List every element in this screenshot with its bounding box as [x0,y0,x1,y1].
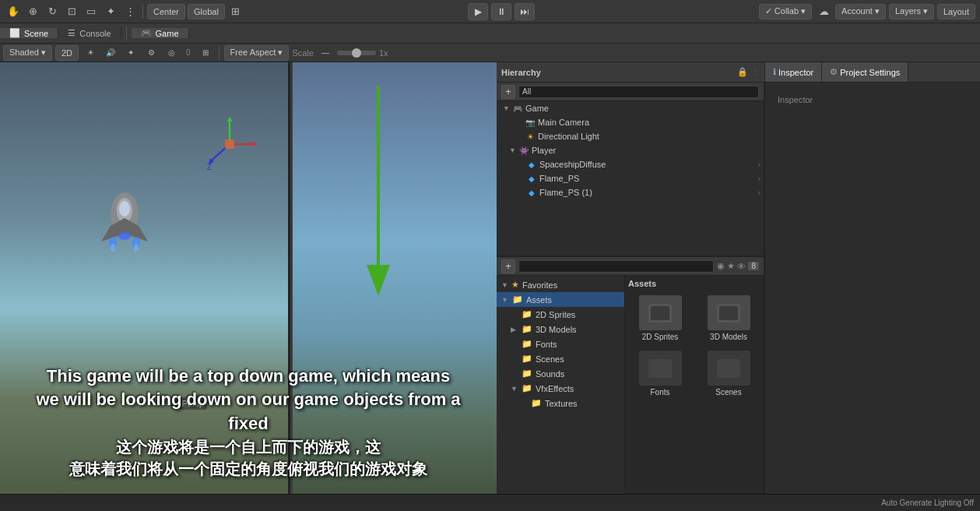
tree-item-spaceship-label: SpaceshipDiffuse [539,160,606,169]
project-eye-icon[interactable]: 👁 [737,262,746,271]
play-button[interactable]: ▶ [468,3,488,20]
inspector-content: Inspector [770,87,975,112]
asset-scenes[interactable]: Scenes [697,348,760,399]
asset-2d-sprites[interactable]: 2D Sprites [628,293,692,344]
proj-item-2d-sprites[interactable]: 📁 2D Sprites [497,307,624,322]
project-settings-icon: ⚙ [830,67,838,77]
project-star-icon[interactable]: ★ [727,261,735,271]
tree-item-game[interactable]: ▼ 🎮 Game [497,101,764,115]
fx-icon[interactable]: ✦ [122,44,139,62]
scale-tool-icon[interactable]: ⊡ [63,3,80,20]
tree-item-directional-light[interactable]: ☀ Directional Light [497,129,764,143]
right-tools: ✓ Collab ▾ ☁ Account ▾ Layers ▾ Layout [759,3,975,20]
layout-button[interactable]: Layout [937,4,975,19]
proj-item-vfx[interactable]: ▼ 📁 VfxEffects [497,381,624,396]
transform-tool-icon[interactable]: ✦ [102,3,119,20]
grid-icon[interactable]: ⊞ [227,3,244,20]
proj-item-sounds[interactable]: 📁 Sounds [497,366,624,381]
tree-item-main-camera[interactable]: 📷 Main Camera [497,115,764,129]
rect-tool-icon[interactable]: ▭ [83,3,100,20]
hierarchy-lock-icon: 🔒 [737,67,748,77]
pause-button[interactable]: ⏸ [491,3,511,20]
shaded-button[interactable]: Shaded ▾ [3,45,52,61]
svg-marker-20 [367,265,390,296]
scale-minus-icon[interactable]: — [317,44,334,62]
tree-item-player[interactable]: ▼ 👾 Player [497,143,764,157]
hierarchy-search-input[interactable] [518,86,759,98]
proj-item-fonts[interactable]: 📁 Fonts [497,337,624,351]
cloud-button[interactable]: ☁ [815,3,832,20]
tab-scene[interactable]: ⬜ Scene [0,28,58,38]
player-node-icon: 👾 [518,145,529,156]
svg-marker-4 [227,117,233,122]
scene-view: X Z < Persp [0,62,288,511]
tab-console[interactable]: ☰ Console [58,28,121,38]
auto-generate-label: Auto Generate Lighting Off [881,499,974,507]
2d-button[interactable]: 2D [55,45,79,61]
left-area: X Z < Persp [0,62,497,511]
project-filter-icon[interactable]: ◉ [717,261,725,271]
scale-slider[interactable] [337,51,376,55]
svg-point-16 [111,244,115,252]
tree-arrow-player: ▼ [509,146,518,154]
proj-item-3d-models[interactable]: ▶ 📁 3D Models [497,322,624,337]
layers-button[interactable]: Layers ▾ [889,4,934,19]
center-button[interactable]: Center [147,4,185,19]
hierarchy-panel-header: Hierarchy 🔒 ⋮ [497,62,765,82]
asset-3d-models[interactable]: 3D Models [697,293,760,344]
project-add-button[interactable]: + [501,259,515,273]
project-badge: 8 [748,262,759,270]
hierarchy-add-button[interactable]: + [501,85,515,99]
scene-canvas[interactable]: X Z < Persp [0,62,288,511]
lighting-icon[interactable]: ☀ [82,44,99,62]
step-button[interactable]: ⏭ [515,3,535,20]
tree-item-camera-label: Main Camera [538,118,589,127]
proj-item-assets[interactable]: ▼ 📁 Assets [497,292,624,307]
assets-arrow: ▼ [501,296,509,304]
panels-row: + ▼ 🎮 Game 📷 [497,83,980,511]
snap-icon[interactable]: ⊞ [197,44,214,62]
project-search-input[interactable] [518,260,714,273]
content-area: X Z < Persp [0,62,980,511]
gizmo-icon[interactable]: ◎ [163,44,180,62]
spaceship-node-icon: ◆ [526,159,537,170]
sounds-folder-icon: 📁 [522,368,532,379]
move-tool-icon[interactable]: ⊕ [24,3,41,20]
ctrl-sep [219,46,220,60]
3d-models-arrow: ▶ [511,326,518,333]
tab-game[interactable]: 🎮 Game [132,28,189,38]
collab-button[interactable]: ✓ Collab ▾ [759,4,812,19]
tree-item-flame2[interactable]: ◆ Flame_PS (1) › [497,185,764,199]
free-aspect-button[interactable]: Free Aspect ▾ [224,45,290,61]
account-button[interactable]: Account ▾ [835,4,886,19]
3d-models-label: 3D Models [710,333,747,341]
assets-folder-icon: 📁 [512,294,523,305]
rotate-tool-icon[interactable]: ↻ [44,3,61,20]
camera-node-icon: 📷 [525,117,536,128]
tab-inspector[interactable]: ℹ Inspector [765,62,822,82]
tree-item-flame2-label: Flame_PS (1) [539,188,592,197]
proj-scenes-label: Scenes [536,354,564,364]
tree-item-flame1[interactable]: ◆ Flame_PS › [497,171,764,185]
hand-tool-icon[interactable]: ✋ [5,3,22,20]
proj-assets-label: Assets [526,295,552,305]
textures-folder-icon: 📁 [531,398,542,408]
favorites-section: ▼ ★ Favorites [497,277,624,292]
asset-fonts[interactable]: Fonts [628,348,692,399]
flame1-node-icon: ◆ [526,173,537,184]
toolbar-sep-1 [142,5,143,19]
zero-label: 0 [183,48,194,57]
2d-sprites-thumb [639,295,682,330]
game-canvas[interactable] [293,62,497,511]
persp-label: < Persp [171,397,207,410]
hierarchy-menu-icon[interactable]: ⋮ [751,67,760,77]
proj-item-scenes[interactable]: 📁 Scenes [497,351,624,366]
global-button[interactable]: Global [188,4,225,19]
tree-item-spaceship[interactable]: ◆ SpaceshipDiffuse › [497,157,764,171]
extra-tool-icon[interactable]: ⋮ [121,3,139,20]
proj-item-textures[interactable]: 📁 Textures [497,396,624,411]
3d-models-thumb [708,295,750,330]
tab-project-settings[interactable]: ⚙ Project Settings [822,62,908,82]
audio-icon[interactable]: 🔊 [102,44,119,62]
scene-extra-icon[interactable]: ⚙ [142,44,160,62]
